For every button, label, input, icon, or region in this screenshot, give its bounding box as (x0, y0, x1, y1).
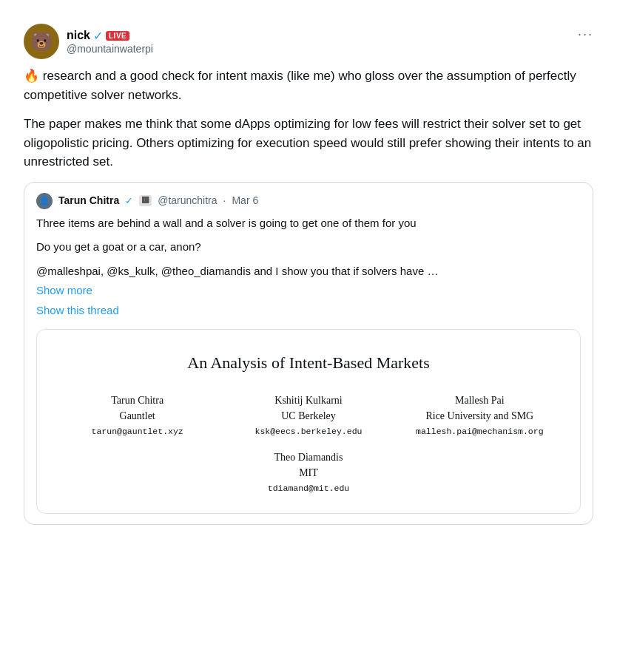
quoted-body: Three items are behind a wall and a solv… (36, 215, 581, 280)
tweet-container: 🐻 nick ✓ LIVE @mountainwaterpi ··· 🔥 res… (12, 12, 605, 535)
quoted-badge: 🅿 (139, 195, 152, 207)
user-handle: @mountainwaterpi (67, 43, 153, 55)
quoted-line2: Do you get a goat or a car, anon? (36, 239, 581, 256)
author-email-2: mallesh.pai@mechanism.org (416, 425, 544, 438)
tweet-header-left: 🐻 nick ✓ LIVE @mountainwaterpi (24, 24, 153, 59)
paper-bottom-row: Theo Diamandis MIT tdiamand@mit.edu (52, 449, 565, 495)
tweet-body: 🔥 research and a good check for intent m… (24, 67, 593, 525)
bottom-author-name: Theo Diamandis (274, 449, 343, 465)
quoted-verified-icon: ✓ (125, 194, 133, 208)
quoted-line1: Three items are behind a wall and a solv… (36, 215, 581, 232)
author-name-1: Kshitij Kulkarni (274, 393, 342, 408)
user-name: nick (67, 29, 90, 42)
show-thread-link[interactable]: Show this thread (36, 302, 581, 319)
author-affil-1: UC Berkeley (281, 408, 335, 424)
author-block-1: Kshitij Kulkarni UC Berkeley ksk@eecs.be… (223, 393, 394, 438)
quoted-header: 👤 Tarun Chitra ✓ 🅿 @tarunchitra · Mar 6 (36, 193, 581, 209)
bottom-author-block: Theo Diamandis MIT tdiamand@mit.edu (268, 449, 349, 495)
tweet-body-part2: The paper makes me think that some dApps… (24, 115, 593, 172)
show-more-link[interactable]: Show more (36, 282, 581, 299)
author-email-1: ksk@eecs.berkeley.edu (255, 425, 363, 438)
tweet-body-part1: 🔥 research and a good check for intent m… (24, 67, 593, 104)
bottom-author-email: tdiamand@mit.edu (268, 482, 349, 495)
quoted-date-value: Mar 6 (232, 193, 258, 208)
quoted-tweet[interactable]: 👤 Tarun Chitra ✓ 🅿 @tarunchitra · Mar 6 … (24, 182, 593, 525)
avatar: 🐻 (24, 24, 59, 59)
author-affil-2: Rice University and SMG (425, 408, 533, 424)
author-email-0: tarun@gauntlet.xyz (92, 425, 183, 438)
paper-title: An Analysis of Intent-Based Markets (52, 350, 565, 375)
quoted-date: · (223, 193, 226, 208)
author-block-0: Tarun Chitra Gauntlet tarun@gauntlet.xyz (52, 393, 223, 438)
paper-preview: An Analysis of Intent-Based Markets Taru… (36, 329, 581, 514)
quoted-user-name: Tarun Chitra (58, 193, 119, 208)
tweet-header: 🐻 nick ✓ LIVE @mountainwaterpi ··· (24, 24, 593, 59)
author-affil-0: Gauntlet (120, 408, 155, 424)
author-block-2: Mallesh Pai Rice University and SMG mall… (394, 393, 565, 438)
more-options-button[interactable]: ··· (578, 27, 593, 42)
quoted-line3: @malleshpai, @ks_kulk, @theo_diamandis a… (36, 263, 581, 280)
quoted-handle: @tarunchitra (158, 193, 217, 208)
author-name-0: Tarun Chitra (111, 393, 163, 408)
paper-authors: Tarun Chitra Gauntlet tarun@gauntlet.xyz… (52, 393, 565, 438)
author-name-2: Mallesh Pai (455, 393, 505, 408)
user-name-row: nick ✓ LIVE (67, 29, 153, 43)
quoted-avatar: 👤 (36, 193, 53, 209)
verified-icon: ✓ (93, 29, 103, 43)
live-badge: LIVE (106, 31, 129, 41)
user-info: nick ✓ LIVE @mountainwaterpi (67, 29, 153, 55)
bottom-author-affil: MIT (299, 465, 318, 481)
